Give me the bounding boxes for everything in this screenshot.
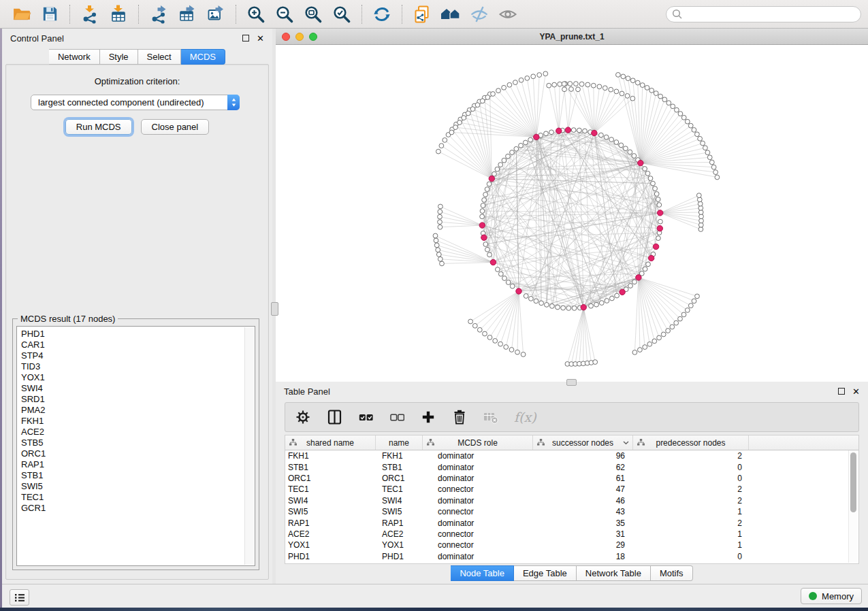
mcds-result-title: MCDS result (17 nodes): [18, 314, 118, 324]
table-row[interactable]: SWI4SWI4dominator462: [285, 495, 858, 506]
table-row[interactable]: SWI5SWI5connector431: [285, 506, 858, 517]
import-table-icon[interactable]: [108, 3, 129, 25]
mcds-result-node[interactable]: CAR1: [21, 340, 255, 350]
save-session-icon[interactable]: [39, 3, 61, 25]
mcds-result-node[interactable]: PHD1: [21, 329, 255, 340]
table-cell: STB1: [285, 463, 376, 472]
table-row[interactable]: STB1STB1dominator620: [285, 461, 858, 472]
table-panel-tab[interactable]: Node Table: [451, 565, 514, 581]
search-input[interactable]: [682, 8, 855, 20]
table-cell: SWI5: [376, 507, 423, 516]
column-header-successor-nodes[interactable]: successor nodes: [533, 435, 633, 450]
export-image-icon[interactable]: [205, 3, 227, 25]
table-row[interactable]: ACE2ACE2connector311: [285, 529, 858, 540]
export-table-icon[interactable]: [176, 3, 198, 25]
table-row[interactable]: FKH1FKH1dominator962: [285, 450, 858, 461]
close-panel-icon[interactable]: ✕: [257, 34, 264, 43]
zoom-out-icon[interactable]: [274, 3, 295, 25]
main-toolbar: [0, 0, 868, 29]
clone-network-icon[interactable]: [411, 3, 433, 25]
float-panel-icon[interactable]: [242, 35, 249, 42]
node-table: shared namenameMCDS rolesuccessor nodesp…: [285, 435, 859, 564]
column-header-shared-name[interactable]: shared name: [285, 435, 376, 450]
column-header-MCDS-role[interactable]: MCDS role: [423, 435, 533, 450]
table-row[interactable]: TEC1TEC1connector472: [285, 484, 858, 495]
show-all-icon[interactable]: [497, 3, 519, 25]
column-header-predecessor-nodes[interactable]: predecessor nodes: [633, 435, 749, 450]
table-panel-tab[interactable]: Network Table: [577, 565, 651, 581]
table-scrollbar[interactable]: [848, 450, 858, 563]
table-row[interactable]: YOX1YOX1connector291: [285, 540, 858, 550]
mcds-result-node[interactable]: GCR1: [21, 503, 255, 514]
run-mcds-button[interactable]: Run MCDS: [65, 119, 132, 135]
mcds-result-node[interactable]: STB1: [21, 470, 255, 481]
mcds-result-node[interactable]: STP4: [21, 350, 255, 361]
select-stepper-icon: [227, 95, 240, 110]
table-row[interactable]: RAP1RAP1dominator352: [285, 517, 858, 528]
result-list-scrollbar[interactable]: [244, 327, 254, 565]
control-panel-tab[interactable]: Select: [138, 49, 181, 65]
mcds-result-node[interactable]: SRD1: [21, 394, 255, 405]
table-panel-tab[interactable]: Motifs: [651, 565, 693, 581]
mcds-result-node[interactable]: TEC1: [21, 492, 255, 503]
control-panel-tab[interactable]: Style: [100, 49, 138, 65]
search-field[interactable]: [666, 6, 861, 22]
table-cell: dominator: [423, 552, 533, 561]
mcds-result-node[interactable]: STB5: [21, 437, 255, 448]
close-panel-button[interactable]: Close panel: [141, 119, 210, 135]
control-panel-tab[interactable]: Network: [49, 49, 100, 65]
mcds-result-node[interactable]: FKH1: [21, 416, 255, 427]
show-columns-icon[interactable]: [326, 409, 342, 425]
mcds-result-list[interactable]: PHD1CAR1STP4TID3YOX1SWI4SRD1PMA2FKH1ACE2…: [16, 326, 255, 566]
control-panel-tab[interactable]: MCDS: [181, 49, 225, 65]
vertical-splitter-grip[interactable]: [271, 302, 278, 316]
open-file-icon[interactable]: [10, 3, 32, 25]
mcds-result-node[interactable]: ORC1: [21, 448, 255, 459]
mcds-result-node[interactable]: RAP1: [21, 459, 255, 470]
import-network-icon[interactable]: [79, 3, 101, 25]
mcds-result-node[interactable]: SWI4: [21, 383, 255, 394]
export-network-icon[interactable]: [148, 3, 170, 25]
zoom-selected-icon[interactable]: [331, 3, 353, 25]
mcds-result-node[interactable]: TID3: [21, 361, 255, 372]
table-cell: dominator: [423, 463, 533, 472]
add-column-icon[interactable]: [420, 409, 436, 425]
table-settings-gear-icon[interactable]: [295, 409, 311, 425]
table-cell: SWI4: [285, 496, 376, 506]
table-scrollbar-thumb[interactable]: [850, 452, 856, 512]
mcds-result-node[interactable]: PMA2: [21, 405, 255, 416]
control-panel-title: Control Panel: [10, 33, 64, 44]
refresh-icon[interactable]: [371, 3, 393, 25]
window-minimize-icon[interactable]: [295, 33, 304, 41]
network-titlebar[interactable]: YPA_prune.txt_1: [276, 29, 868, 45]
delete-column-trash-icon[interactable]: [451, 409, 468, 425]
control-panel-header: Control Panel ✕: [2, 29, 272, 48]
close-table-panel-icon[interactable]: ✕: [852, 387, 860, 396]
network-canvas[interactable]: [276, 45, 868, 382]
desktop-background-strip-left: [0, 29, 2, 608]
table-row[interactable]: ORC1ORC1dominator610: [285, 473, 858, 484]
mcds-result-node[interactable]: SWI5: [21, 481, 255, 492]
horizontal-splitter-grip[interactable]: [566, 379, 577, 386]
memory-button[interactable]: Memory: [801, 588, 862, 604]
table-row[interactable]: PHD1PHD1dominator180: [285, 551, 858, 562]
optimization-criterion-select[interactable]: largest connected component (undirected): [31, 95, 240, 110]
zoom-fit-icon[interactable]: [302, 3, 324, 25]
mcds-result-node[interactable]: YOX1: [21, 372, 255, 383]
mcds-result-node[interactable]: ACE2: [21, 427, 255, 437]
deselect-all-icon[interactable]: [389, 409, 405, 425]
hide-selected-icon[interactable]: [468, 3, 490, 25]
column-header-name[interactable]: name: [376, 435, 423, 450]
select-all-icon[interactable]: [357, 409, 374, 425]
control-panel: Control Panel ✕ NetworkStyleSelectMCDS O…: [2, 29, 272, 584]
table-cell: SWI4: [376, 496, 423, 506]
show-panels-button[interactable]: [10, 589, 29, 606]
table-panel-tab[interactable]: Edge Table: [514, 565, 577, 581]
float-table-panel-icon[interactable]: [838, 388, 845, 395]
zoom-in-icon[interactable]: [245, 3, 267, 25]
window-maximize-icon[interactable]: [309, 33, 317, 41]
window-close-icon[interactable]: [282, 33, 290, 41]
node-table-body: FKH1FKH1dominator962STB1STB1dominator620…: [285, 450, 858, 562]
first-neighbors-icon[interactable]: [440, 3, 462, 25]
table-cell: PHD1: [376, 552, 423, 561]
